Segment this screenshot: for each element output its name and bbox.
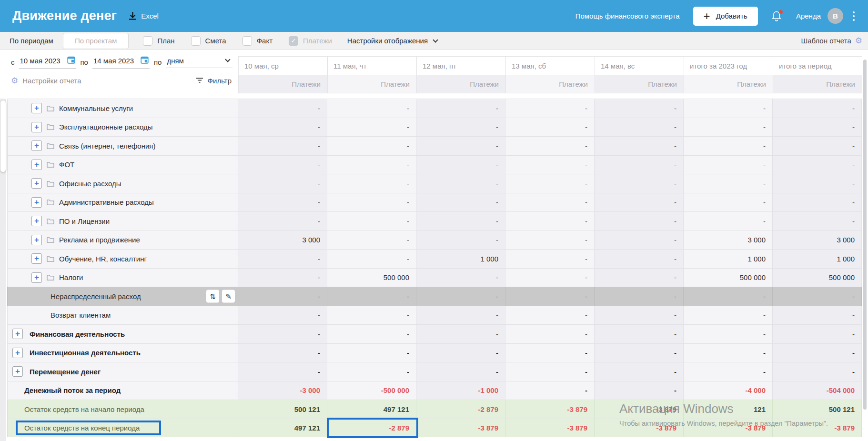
value-cell[interactable]: -	[773, 137, 862, 155]
value-cell[interactable]: -3 879	[595, 400, 684, 419]
value-cell[interactable]: -	[505, 362, 595, 381]
value-cell[interactable]: -	[327, 99, 416, 118]
expand-plus-icon[interactable]: +	[12, 329, 23, 339]
account-name[interactable]: Аренда	[796, 12, 821, 20]
value-cell[interactable]: -	[238, 174, 327, 193]
value-cell[interactable]: -3 879	[595, 419, 684, 437]
value-cell[interactable]: 500 000	[773, 269, 862, 287]
expand-plus-icon[interactable]: +	[31, 235, 42, 245]
column-header-cell[interactable]: 12 мая, пт	[417, 56, 506, 75]
value-cell[interactable]: -2 879	[416, 400, 505, 419]
report-template-button[interactable]: Шаблон отчета ⚙	[801, 37, 862, 45]
value-cell[interactable]: -	[595, 344, 684, 362]
value-cell[interactable]: -	[595, 99, 684, 118]
value-cell[interactable]: 497 121	[238, 419, 327, 437]
value-cell[interactable]: -	[238, 269, 327, 287]
expand-plus-icon[interactable]: +	[31, 140, 42, 151]
value-cell[interactable]: -	[238, 99, 327, 118]
checkbox-icon[interactable]	[143, 36, 152, 46]
value-cell[interactable]: 3 000	[238, 231, 327, 250]
value-cell[interactable]: -3 879	[684, 419, 773, 437]
value-cell[interactable]: -	[238, 306, 327, 325]
value-cell[interactable]: -	[505, 118, 595, 137]
value-cell[interactable]: -	[505, 250, 595, 268]
filter-checkbox[interactable]: План	[143, 36, 174, 46]
value-cell[interactable]: -	[595, 325, 684, 343]
value-cell[interactable]: -	[327, 212, 416, 231]
expand-plus-icon[interactable]: +	[31, 160, 42, 170]
value-cell[interactable]: -	[416, 174, 505, 193]
tab-by-periods[interactable]: По периодам	[7, 37, 56, 45]
value-cell[interactable]: -	[416, 287, 505, 306]
kebab-menu-icon[interactable]	[852, 10, 856, 22]
sort-button[interactable]: ⇅	[206, 290, 219, 303]
row-label-cell[interactable]: +Реклама и продвижение	[7, 231, 238, 250]
value-cell[interactable]: -	[505, 306, 595, 325]
value-cell[interactable]: -	[684, 137, 773, 155]
filter-checkbox[interactable]: ✓Платежи	[289, 36, 332, 46]
notifications-button[interactable]	[771, 10, 783, 22]
value-cell[interactable]: -	[238, 193, 327, 212]
value-cell[interactable]: -	[505, 156, 595, 174]
expand-plus-icon[interactable]: +	[31, 272, 42, 283]
value-cell[interactable]: -	[327, 231, 416, 250]
filter-checkbox[interactable]: Смета	[191, 36, 226, 46]
value-cell[interactable]: -	[505, 212, 595, 231]
row-label-cell[interactable]: +Инвестиционная деятельность	[7, 344, 238, 362]
checkbox-icon[interactable]	[191, 36, 201, 46]
value-cell[interactable]: -	[773, 325, 862, 343]
value-cell[interactable]: -	[327, 250, 416, 268]
value-cell[interactable]: -	[238, 325, 327, 343]
value-cell[interactable]: -	[416, 156, 505, 174]
row-label-cell[interactable]: +Эксплуатационные расходы	[7, 118, 238, 137]
value-cell[interactable]: -	[595, 174, 684, 193]
value-cell[interactable]: -	[773, 212, 862, 231]
expand-plus-icon[interactable]: +	[12, 366, 23, 377]
value-cell[interactable]: -	[327, 193, 416, 212]
row-label-cell[interactable]: +ПО и Лицензии	[7, 212, 238, 231]
value-cell[interactable]: -	[595, 306, 684, 325]
value-cell[interactable]: -	[238, 212, 327, 231]
row-label-cell[interactable]: Остаток средств на начало периода	[7, 400, 238, 419]
calendar-icon[interactable]	[67, 56, 75, 65]
value-cell[interactable]: -504 000	[773, 381, 862, 400]
filter-button[interactable]: Фильтр	[196, 77, 232, 85]
row-label-cell[interactable]: Денежный поток за период	[7, 381, 238, 400]
column-header-cell[interactable]: итого за период	[773, 56, 862, 75]
expand-plus-icon[interactable]: +	[31, 178, 42, 189]
value-cell[interactable]: -	[684, 193, 773, 212]
value-cell[interactable]: -	[416, 99, 505, 118]
value-cell[interactable]: -	[595, 193, 684, 212]
column-header-cell[interactable]: 10 мая, ср	[239, 56, 328, 75]
expand-plus-icon[interactable]: +	[31, 216, 42, 226]
value-cell[interactable]: -	[238, 118, 327, 137]
value-cell[interactable]: -	[684, 325, 773, 343]
value-cell[interactable]: -	[595, 362, 684, 381]
value-cell[interactable]: -3 879	[505, 400, 595, 419]
avatar[interactable]: B	[828, 8, 843, 24]
calendar-icon[interactable]	[141, 56, 149, 65]
value-cell[interactable]: -	[505, 381, 595, 400]
value-cell[interactable]: -	[416, 325, 505, 343]
value-cell[interactable]: 500 000	[684, 269, 773, 287]
row-label-cell[interactable]: Возврат клиентам	[7, 306, 238, 325]
add-button[interactable]: + Добавить	[693, 7, 758, 26]
row-label-cell[interactable]: Нераспределенный расход⇅✎	[7, 287, 238, 306]
row-label-cell[interactable]: Остаток средств на конец периода	[7, 419, 238, 437]
value-cell[interactable]: -	[416, 269, 505, 287]
value-cell[interactable]: -3 000	[238, 381, 327, 400]
row-label-cell[interactable]: +Перемещение денег	[7, 362, 238, 381]
column-header-cell[interactable]: 13 мая, сб	[506, 56, 595, 75]
value-cell[interactable]: -	[238, 250, 327, 268]
value-cell[interactable]: 1 000	[684, 250, 773, 268]
value-cell[interactable]: 500 121	[238, 400, 327, 419]
row-label-cell[interactable]: +Обучение, HR, консалтинг	[7, 250, 238, 268]
value-cell[interactable]: -	[327, 118, 416, 137]
value-cell[interactable]: -	[416, 137, 505, 155]
expand-plus-icon[interactable]: +	[31, 103, 42, 113]
value-cell[interactable]: -	[595, 156, 684, 174]
value-cell[interactable]: -	[416, 212, 505, 231]
value-cell[interactable]: -	[684, 156, 773, 174]
column-header-cell[interactable]: итого за 2023 год	[684, 56, 773, 75]
value-cell[interactable]: -	[327, 137, 416, 155]
